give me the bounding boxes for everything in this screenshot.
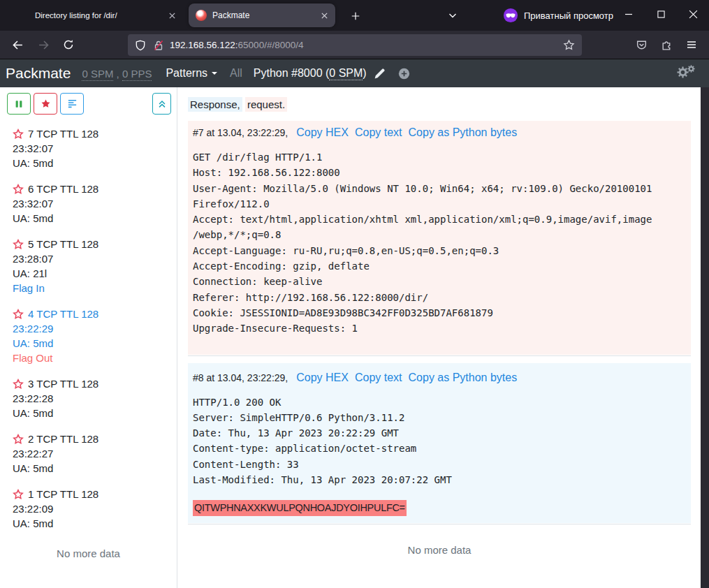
- tab-title: Packmate: [212, 10, 319, 20]
- copy-text-link[interactable]: Copy text: [355, 125, 402, 140]
- favorites-filter-button[interactable]: [34, 93, 57, 115]
- back-icon[interactable]: [12, 39, 24, 51]
- entry-ua: UA: 5md: [13, 461, 177, 476]
- star-icon[interactable]: [13, 378, 24, 390]
- entry-title: 2 TCP TTL 128: [28, 432, 98, 446]
- packet-header: #8 at 13.04, 23:22:29, Copy HEX Copy tex…: [193, 370, 686, 385]
- forward-icon[interactable]: [38, 39, 50, 51]
- url-host: 192.168.56.122:: [170, 40, 238, 50]
- star-icon: [41, 98, 51, 109]
- list-item-selected[interactable]: 4 TCP TTL 128 23:22:29 UA: 5md Flag Out: [0, 307, 177, 365]
- service-tab[interactable]: Python #8000 (0 SPM): [254, 67, 367, 80]
- page-scrollbar[interactable]: [701, 87, 709, 588]
- copy-text-link[interactable]: Copy text: [355, 370, 402, 385]
- entry-ua: UA: 5md: [13, 336, 177, 351]
- list-item[interactable]: 5 TCP TTL 128 23:28:07 UA: 21l Flag In: [0, 237, 177, 295]
- entry-title: 1 TCP TTL 128: [28, 487, 98, 501]
- entry-ua: UA: 21l: [13, 266, 177, 281]
- close-icon[interactable]: [166, 10, 177, 21]
- response-toggle[interactable]: Response,: [188, 97, 242, 112]
- request-toggle[interactable]: request.: [245, 97, 287, 112]
- all-filter[interactable]: All: [230, 67, 242, 80]
- browser-toolbar: 192.168.56.122:65000/#/8000/4: [0, 31, 709, 59]
- reload-icon[interactable]: [63, 39, 74, 50]
- entry-ua: UA: 5md: [13, 211, 177, 226]
- entry-ua: UA: 5md: [13, 156, 177, 170]
- list-item[interactable]: 3 TCP TTL 128 23:22:28 UA: 5md: [0, 376, 177, 420]
- list-item[interactable]: 6 TCP TTL 128 23:32:07 UA: 5md: [0, 182, 177, 226]
- copy-python-link[interactable]: Copy as Python bytes: [409, 370, 518, 385]
- patterns-label: Patterns: [166, 67, 207, 80]
- main-panel: Response, request. #7 at 13.04, 23:22:29…: [177, 87, 709, 588]
- flag-highlight: QITWPHNAXXKWULPQNHOAJDYOIHPULFC=: [193, 500, 407, 516]
- menu-icon[interactable]: [686, 39, 697, 50]
- packmate-navbar: Packmate 0 SPM , 0 PPS Patterns All Pyth…: [0, 59, 709, 87]
- tab-directory-listing[interactable]: Directory listing for /dir/: [17, 4, 183, 27]
- chevron-down-icon[interactable]: [447, 10, 458, 21]
- copy-hex-link[interactable]: Copy HEX: [296, 125, 349, 140]
- list-item[interactable]: 2 TCP TTL 128 23:22:27 UA: 5md: [0, 432, 177, 476]
- no-more-data-label: No more data: [188, 544, 691, 556]
- entry-time: 23:22:27: [13, 446, 177, 461]
- bookmark-star-icon[interactable]: [563, 39, 575, 51]
- service-close-paren: ): [363, 67, 366, 79]
- pencil-icon[interactable]: [374, 68, 386, 80]
- stats-label: 0 SPM , 0 PPS: [82, 68, 152, 80]
- divider: [188, 355, 691, 356]
- copy-python-link[interactable]: Copy as Python bytes: [409, 125, 518, 140]
- list-item[interactable]: 7 TCP TTL 128 23:32:07 UA: 5md: [0, 126, 177, 170]
- no-more-data-label: No more data: [0, 547, 177, 559]
- shield-icon[interactable]: [135, 40, 146, 51]
- star-icon[interactable]: [13, 489, 24, 500]
- direction-note: Response, request.: [188, 97, 709, 112]
- patterns-dropdown[interactable]: Patterns: [166, 67, 217, 80]
- entry-ua: UA: 5md: [13, 406, 177, 420]
- flag-out-label: Flag Out: [13, 351, 177, 365]
- list-view-button[interactable]: [60, 93, 84, 115]
- entry-time: 23:28:07: [13, 251, 177, 266]
- tab-packmate[interactable]: Packmate: [189, 3, 335, 27]
- settings-cogs-icon[interactable]: [677, 66, 694, 80]
- maximize-button[interactable]: [645, 0, 677, 28]
- add-service-button[interactable]: [398, 68, 410, 80]
- entry-time: 23:32:07: [13, 141, 177, 156]
- entry-time: 23:22:28: [13, 391, 177, 406]
- chevrons-up-icon: [157, 99, 167, 109]
- star-icon[interactable]: [13, 128, 24, 140]
- entry-title: 5 TCP TTL 128: [28, 237, 98, 251]
- entry-title: 7 TCP TTL 128: [28, 126, 98, 141]
- copy-hex-link[interactable]: Copy HEX: [296, 370, 349, 385]
- collapse-button[interactable]: [152, 93, 171, 115]
- sidebar: 7 TCP TTL 128 23:32:07 UA: 5md 6 TCP TTL…: [0, 87, 177, 588]
- puzzle-icon[interactable]: [661, 39, 673, 51]
- pocket-icon[interactable]: [636, 39, 648, 51]
- new-tab-button[interactable]: [346, 7, 365, 25]
- star-icon[interactable]: [13, 239, 24, 250]
- minimize-button[interactable]: [613, 0, 645, 28]
- stats-separator: ,: [113, 68, 122, 80]
- url-path: 65000/#/8000/4: [238, 40, 304, 50]
- packet-payload: QITWPHNAXXKWULPQNHOAJDYOIHPULFC=: [193, 500, 686, 515]
- lock-slash-icon[interactable]: [153, 40, 164, 51]
- pps-stat: 0 PPS: [122, 68, 152, 81]
- url-bar[interactable]: 192.168.56.122:65000/#/8000/4: [128, 34, 582, 56]
- app-brand[interactable]: Packmate: [6, 65, 71, 82]
- window-controls: [613, 0, 709, 28]
- pause-button[interactable]: [7, 93, 31, 115]
- private-browsing-label: Приватный просмотр: [524, 10, 613, 21]
- packmate-favicon-icon: [196, 10, 207, 21]
- packet-id-label: #8 at 13.04, 23:22:29,: [193, 371, 288, 385]
- private-browsing-badge: Приватный просмотр: [503, 8, 613, 23]
- star-icon[interactable]: [13, 309, 24, 320]
- url-text[interactable]: 192.168.56.122:65000/#/8000/4: [170, 40, 563, 50]
- star-icon[interactable]: [13, 434, 24, 445]
- service-name: Python #8000 (: [254, 67, 330, 79]
- list-item[interactable]: 1 TCP TTL 128 23:22:09 UA: 5md: [0, 487, 177, 531]
- tab-title: Directory listing for /dir/: [17, 11, 166, 20]
- close-window-button[interactable]: [677, 0, 709, 28]
- browser-tab-bar: Directory listing for /dir/ Packmate При…: [0, 0, 709, 31]
- entry-title: 6 TCP TTL 128: [28, 182, 98, 196]
- close-icon[interactable]: [319, 10, 330, 21]
- star-icon[interactable]: [13, 184, 24, 195]
- flag-in-label: Flag In: [13, 281, 177, 295]
